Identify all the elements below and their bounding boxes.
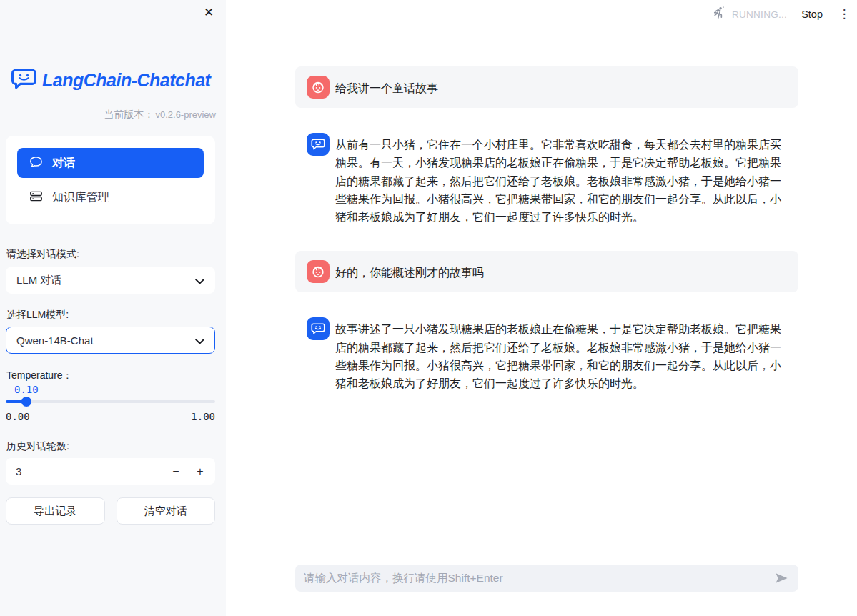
clear-dialogue-button[interactable]: 清空对话 (117, 497, 216, 525)
nav-item-label: 知识库管理 (52, 190, 109, 205)
nav-item-dialogue[interactable]: 对话 (17, 148, 204, 178)
chat-area: 给我讲一个童话故事 从前有一只小猪，它住在一个小村庄里。它非常喜欢吃甜食，每天都… (295, 0, 798, 616)
message-text: 从前有一只小猪，它住在一个小村庄里。它非常喜欢吃甜食，每天都会去村里的糖果店买糖… (335, 133, 787, 226)
nav-item-knowledge-base[interactable]: 知识库管理 (17, 182, 204, 212)
llm-model-label: 选择LLM模型: (6, 309, 69, 322)
decrement-button[interactable]: − (164, 461, 188, 482)
assistant-avatar (307, 317, 330, 340)
increment-button[interactable]: + (188, 461, 212, 482)
nav-menu: 对话 知识库管理 (6, 136, 215, 224)
slider-max: 1.00 (191, 411, 215, 422)
kebab-menu-icon[interactable]: ⋮ (837, 7, 851, 21)
dialog-mode-label: 请选择对话模式: (6, 248, 79, 261)
user-avatar (307, 260, 330, 283)
temperature-value: 0.10 (14, 384, 39, 395)
message-text: 给我讲一个童话故事 (335, 76, 438, 99)
stop-button[interactable]: Stop (797, 7, 827, 21)
version-label: 当前版本： (104, 109, 154, 121)
temperature-slider[interactable] (6, 397, 215, 407)
app-title: LangChain-Chatchat (42, 70, 210, 91)
assistant-avatar (307, 133, 330, 156)
sidebar-actions: 导出记录 清空对话 (6, 497, 215, 525)
user-message: 给我讲一个童话故事 (295, 66, 798, 108)
server-stack-icon (29, 189, 44, 207)
chat-input-bar (295, 565, 798, 592)
user-message: 好的，你能概述刚才的故事吗 (295, 251, 798, 292)
dialog-mode-value: LLM 对话 (16, 274, 61, 287)
chat-bubble-logo-icon (11, 68, 37, 93)
assistant-message: 故事讲述了一只小猪发现糖果店的老板娘正在偷糖果，于是它决定帮助老板娘。它把糖果店… (295, 308, 798, 402)
history-rounds-label: 历史对话轮数: (6, 440, 69, 453)
assistant-message: 从前有一只小猪，它住在一个小村庄里。它非常喜欢吃甜食，每天都会去村里的糖果店买糖… (295, 124, 798, 235)
dialog-mode-select[interactable]: LLM 对话 (6, 267, 215, 294)
message-text: 好的，你能概述刚才的故事吗 (335, 260, 484, 283)
history-rounds-input[interactable]: 3 − + (6, 458, 215, 485)
chevron-down-icon (195, 334, 204, 347)
nav-item-label: 对话 (52, 156, 75, 171)
slider-min: 0.00 (6, 411, 30, 422)
slider-thumb[interactable] (21, 397, 31, 407)
llm-model-value: Qwen-14B-Chat (16, 334, 94, 347)
temperature-label: Temperature： (6, 369, 73, 382)
send-icon[interactable] (771, 568, 791, 588)
version-value: v0.2.6-preview (155, 109, 216, 120)
llm-model-select[interactable]: Qwen-14B-Chat (6, 327, 215, 354)
sidebar: ✕ LangChain-Chatchat 当前版本： v0.2.6-previe… (0, 0, 226, 616)
app-logo: LangChain-Chatchat (11, 68, 210, 93)
user-avatar (307, 76, 330, 99)
close-sidebar-icon[interactable]: ✕ (200, 4, 217, 21)
export-history-button[interactable]: 导出记录 (6, 497, 105, 525)
message-list: 给我讲一个童话故事 从前有一只小猪，它住在一个小村庄里。它非常喜欢吃甜食，每天都… (295, 66, 798, 418)
chat-input[interactable] (304, 572, 771, 585)
chevron-down-icon (195, 274, 204, 287)
history-rounds-value: 3 (16, 465, 164, 477)
version-info: 当前版本： v0.2.6-preview (104, 109, 216, 121)
slider-range: 0.00 1.00 (6, 411, 215, 422)
message-text: 故事讲述了一只小猪发现糖果店的老板娘正在偷糖果，于是它决定帮助老板娘。它把糖果店… (335, 317, 787, 392)
chat-bubble-icon (29, 154, 44, 172)
slider-track[interactable] (6, 400, 215, 403)
